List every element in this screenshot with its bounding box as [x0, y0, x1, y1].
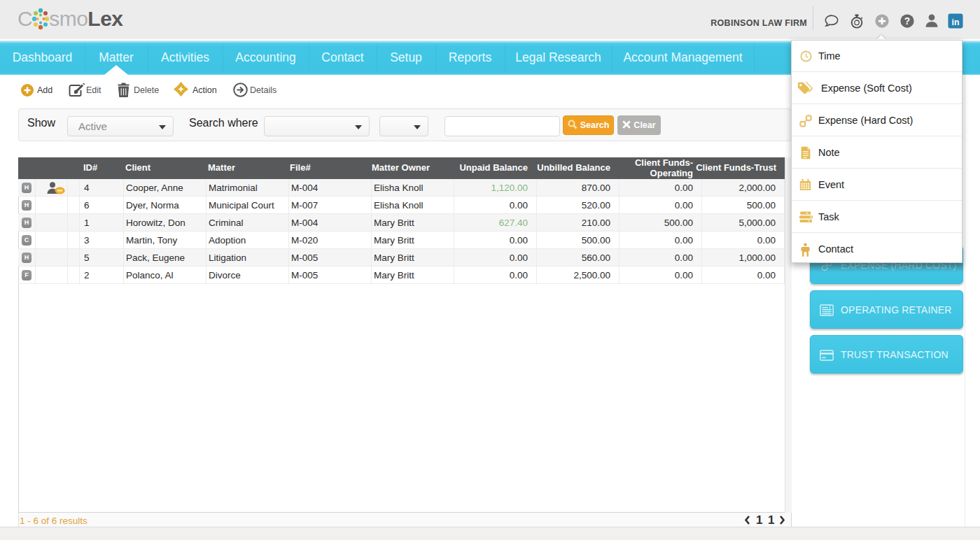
svg-text:?: ?	[904, 16, 910, 27]
svg-text:in: in	[952, 17, 960, 27]
